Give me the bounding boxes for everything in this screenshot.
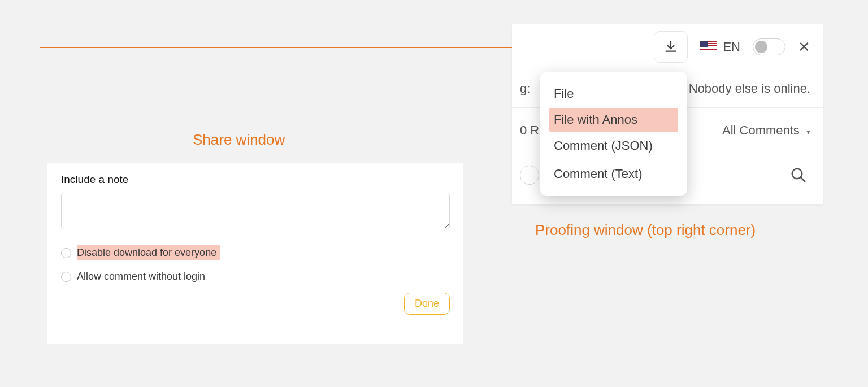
download-menu: File File with Annos Comment (JSON) Comm… [540, 72, 687, 196]
status-online-text: Nobody else is online. [689, 81, 810, 96]
menu-item-file[interactable]: File [540, 80, 687, 108]
language-selector[interactable]: EN [700, 40, 740, 54]
radio-icon [61, 272, 71, 282]
download-button[interactable] [654, 31, 688, 63]
comments-filter[interactable]: All Comments ▾ [722, 123, 810, 138]
status-left-fragment: g: [520, 81, 530, 96]
toggle-switch[interactable] [753, 38, 785, 55]
radio-icon [61, 248, 71, 258]
partial-circle-edge [520, 166, 539, 185]
download-icon [663, 40, 678, 54]
menu-item-comment-text[interactable]: Comment (Text) [540, 160, 687, 188]
search-icon[interactable] [790, 167, 807, 184]
disable-download-label: Disable download for everyone [77, 245, 220, 260]
menu-item-file-with-annos[interactable]: File with Annos [549, 108, 678, 132]
allow-comment-row[interactable]: Allow comment without login [61, 271, 450, 282]
language-code: EN [723, 40, 740, 54]
disable-download-row[interactable]: Disable download for everyone [61, 245, 450, 260]
allow-comment-label: Allow comment without login [77, 271, 205, 282]
share-window-card: Include a note Disable download for ever… [47, 163, 463, 344]
proofing-toolbar: EN ✕ [512, 24, 823, 69]
menu-item-comment-json[interactable]: Comment (JSON) [540, 132, 687, 160]
annotation-share-window: Share window [193, 131, 285, 149]
done-button[interactable]: Done [404, 293, 450, 315]
chevron-down-icon: ▾ [806, 127, 810, 136]
include-note-label: Include a note [61, 173, 450, 186]
us-flag-icon [700, 41, 717, 53]
annotation-proofing-window: Proofing window (top right corner) [535, 221, 756, 239]
close-icon[interactable]: ✕ [798, 40, 810, 54]
note-textarea[interactable] [61, 193, 450, 229]
svg-line-3 [801, 177, 805, 182]
